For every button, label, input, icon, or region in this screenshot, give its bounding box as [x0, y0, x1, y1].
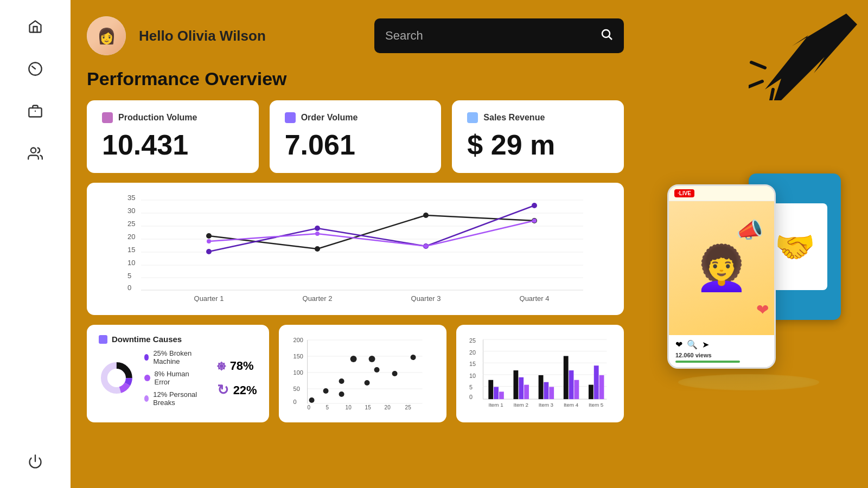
downtime-card: Downtime Causes: [87, 325, 269, 422]
views-label: 12.060 views: [675, 352, 768, 358]
downtime-title: Downtime Causes: [99, 335, 257, 344]
svg-point-29: [423, 213, 429, 218]
phone-mockup: 🤝 ·LIVE 👩‍🦱 📣 ❤ ❤ 🔍 ➤: [667, 163, 841, 380]
kpi-card-order: Order Volume 7.061: [270, 100, 442, 173]
briefcase-icon[interactable]: [25, 101, 46, 121]
svg-text:Quarter 1: Quarter 1: [194, 294, 224, 302]
svg-rect-97: [594, 365, 599, 399]
phone-actions: ❤ 🔍 ➤: [675, 339, 768, 350]
kpi-dot-order: [285, 112, 296, 123]
greeting-text: Hello Olivia Wilson: [139, 28, 266, 44]
gauge-icon[interactable]: [25, 59, 46, 79]
heart-action-icon[interactable]: ❤: [675, 339, 682, 350]
bar-chart-card: 25 20 15 10 5 0: [456, 325, 624, 422]
svg-text:Item 5: Item 5: [589, 402, 604, 408]
power-icon[interactable]: [25, 451, 46, 472]
svg-point-61: [309, 397, 314, 403]
svg-text:Quarter 3: Quarter 3: [411, 294, 441, 302]
svg-point-37: [424, 244, 428, 248]
svg-text:15: 15: [127, 246, 135, 254]
kpi-label-revenue: Sales Revenue: [467, 112, 609, 123]
svg-text:Item 4: Item 4: [564, 402, 579, 408]
svg-rect-94: [569, 370, 573, 399]
heart-icon: ❤: [756, 301, 769, 319]
svg-text:Item 1: Item 1: [488, 402, 503, 408]
svg-text:50: 50: [293, 386, 299, 392]
live-badge: ·LIVE: [674, 189, 694, 197]
svg-point-70: [410, 355, 416, 360]
svg-rect-88: [519, 377, 524, 399]
svg-text:0: 0: [307, 404, 310, 410]
svg-text:Quarter 2: Quarter 2: [303, 294, 333, 302]
svg-rect-87: [513, 370, 518, 399]
svg-line-6: [609, 37, 612, 40]
svg-text:35: 35: [127, 194, 135, 202]
svg-rect-86: [499, 391, 504, 399]
svg-text:15: 15: [469, 361, 476, 367]
kpi-value-production: 10.431: [102, 129, 244, 161]
kpi-label-production: Production Volume: [102, 112, 244, 123]
page-title: Performance Overview: [87, 68, 624, 89]
line-chart-card: 35 30 25 20 15 10 5 0 Quarter 1 Quarter …: [87, 183, 624, 315]
svg-line-107: [770, 89, 773, 100]
megaphone-icon: 📣: [736, 217, 763, 243]
svg-rect-95: [574, 380, 579, 399]
svg-point-5: [602, 30, 610, 37]
send-action-icon[interactable]: ➤: [702, 339, 709, 350]
svg-point-43: [110, 371, 124, 385]
header: 👩 Hello Olivia Wilson: [87, 16, 624, 55]
svg-point-66: [364, 380, 369, 386]
svg-point-63: [339, 391, 344, 397]
sidebar: [0, 0, 71, 488]
svg-rect-89: [524, 385, 529, 400]
avatar: 👩: [87, 16, 126, 55]
line-chart: 35 30 25 20 15 10 5 0 Quarter 1 Quarter …: [100, 194, 611, 302]
search-action-icon[interactable]: 🔍: [687, 339, 698, 350]
phone-content: 👩‍🦱 📣 ❤: [669, 201, 774, 335]
svg-text:25: 25: [127, 220, 135, 228]
phone-figure: 👩‍🦱: [694, 247, 749, 290]
svg-rect-93: [564, 356, 569, 400]
svg-text:Item 3: Item 3: [539, 402, 554, 408]
legend-item-2: 8% Human Error: [144, 370, 202, 386]
users-icon[interactable]: [25, 143, 46, 164]
stat-78: ⎈ 78%: [217, 357, 257, 374]
svg-rect-91: [544, 382, 548, 399]
search-input[interactable]: [385, 29, 593, 43]
downtime-stats: ⎈ 78% ↻ 22%: [217, 357, 257, 399]
bar-chart: 25 20 15 10 5 0: [468, 335, 612, 410]
phone-bottom: ❤ 🔍 ➤ 12.060 views: [669, 335, 774, 367]
svg-line-0: [32, 66, 35, 69]
svg-text:20: 20: [384, 404, 391, 410]
phone-frame: ·LIVE 👩‍🦱 📣 ❤ ❤ 🔍 ➤ 12.060 views: [667, 184, 776, 369]
kpi-dot-production: [102, 112, 113, 123]
svg-point-32: [315, 226, 320, 231]
svg-point-68: [374, 367, 379, 373]
home-icon[interactable]: [25, 16, 46, 37]
svg-text:30: 30: [127, 207, 135, 215]
svg-rect-84: [488, 380, 493, 399]
downtime-content: 25% Broken Machine 8% Human Error 12% Pe…: [99, 349, 257, 407]
svg-text:25: 25: [469, 337, 476, 344]
svg-line-106: [749, 81, 762, 87]
kpi-value-revenue: $ 29 m: [467, 129, 609, 161]
search-icon: [600, 28, 613, 44]
scatter-chart: 200 150 100 50 0 0 5 10 15 20 25: [291, 335, 435, 410]
svg-point-69: [392, 371, 397, 376]
svg-point-28: [315, 246, 320, 252]
svg-text:10: 10: [345, 404, 352, 410]
svg-point-38: [532, 219, 537, 223]
share-icon: ⎈: [217, 357, 226, 374]
kpi-row: Production Volume 10.431 Order Volume 7.…: [87, 100, 624, 173]
scatter-chart-card: 200 150 100 50 0 0 5 10 15 20 25: [279, 325, 446, 422]
svg-point-65: [350, 356, 356, 362]
svg-point-3: [31, 148, 36, 153]
avatar-image: 👩: [87, 16, 126, 55]
svg-text:5: 5: [469, 384, 473, 390]
platform-shadow: [678, 374, 819, 390]
svg-text:25: 25: [405, 404, 411, 410]
search-bar[interactable]: [374, 18, 624, 53]
svg-point-27: [206, 233, 212, 239]
kpi-label-order: Order Volume: [285, 112, 426, 123]
svg-line-105: [751, 62, 765, 68]
